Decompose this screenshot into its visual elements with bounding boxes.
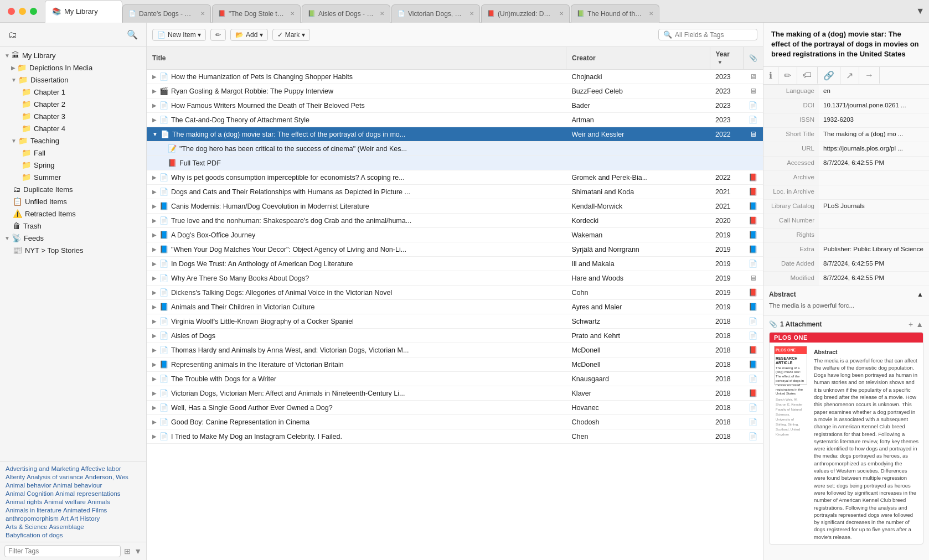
sidebar-item-my-library[interactable]: ▼ 🏛 My Library: [0, 49, 146, 61]
table-row[interactable]: ▶ 📄 Why is pet goods consumption imperce…: [147, 170, 763, 185]
tag-item[interactable]: Animal behaviour: [53, 482, 102, 489]
table-row[interactable]: ▶ 📄 Dickens's Talking Dogs: Allegories o…: [147, 286, 763, 300]
tag-item[interactable]: Arts & Science: [6, 523, 47, 530]
tab-t4[interactable]: 📄Victorian Dogs, Vict...✕: [391, 4, 480, 23]
abstract-header[interactable]: Abstract ▲: [769, 291, 923, 298]
table-row[interactable]: ▶ 📄 Why Are There So Many Books About Do…: [147, 271, 763, 286]
table-row[interactable]: ▶ 📄 How Famous Writers Mourned the Death…: [147, 98, 763, 113]
sidebar-item-feeds[interactable]: ▼ 📡 Feeds: [0, 232, 146, 244]
sidebar-item-summer[interactable]: 📁 Summer: [0, 171, 146, 183]
table-row[interactable]: ▶ 📄 Victorian Dogs, Victorian Men: Affec…: [147, 386, 763, 401]
table-row[interactable]: ▶ 📄 I Tried to Make My Dog an Instagram …: [147, 429, 763, 444]
tag-item[interactable]: Babyfication of dogs: [6, 532, 63, 538]
maximize-button[interactable]: [30, 8, 37, 15]
tag-item[interactable]: Advertising and Marketing: [6, 465, 79, 472]
tag-item[interactable]: Animal Cognition: [6, 490, 54, 497]
tab-t6[interactable]: 📗The Hound of the B...✕: [571, 4, 659, 23]
sidebar-item-nyt[interactable]: 📰 NYT > Top Stories: [0, 244, 146, 256]
table-row[interactable]: ▶ 📘 Animals and Their Children in Victor…: [147, 300, 763, 314]
filter-tags-input[interactable]: [4, 545, 121, 557]
tab-t5[interactable]: 📕(Un)muzzled: Dogs ...✕: [481, 4, 570, 23]
table-row[interactable]: ▶ 📄 The Trouble with Dogs for a Writer K…: [147, 372, 763, 386]
sidebar-item-trash[interactable]: 🗑 Trash: [0, 220, 146, 232]
search-input[interactable]: [675, 31, 752, 39]
sidebar-item-chapter1[interactable]: 📁 Chapter 1: [0, 86, 146, 98]
detail-tab-link[interactable]: ↗: [840, 67, 859, 84]
table-row[interactable]: ▶ 📄 Dogs and Cats and Their Relationship…: [147, 185, 763, 199]
meta-value[interactable]: https://journals.plos.org/pl ...: [819, 142, 929, 156]
table-row[interactable]: ▶ 📘 Representing animals in the literatu…: [147, 357, 763, 372]
tab-close-t1[interactable]: ✕: [200, 11, 205, 17]
sidebar-item-depictions[interactable]: ▶ 📁 Depictions In Media: [0, 61, 146, 74]
table-row[interactable]: ▶ 📄 How the Humanization of Pets Is Chan…: [147, 70, 763, 84]
tag-item[interactable]: Animal representations: [55, 490, 121, 497]
tag-item[interactable]: Animal behavior: [6, 482, 51, 489]
mark-button[interactable]: ✓ Mark ▾: [272, 29, 310, 41]
sidebar-item-unfiled[interactable]: 📋 Unfiled Items: [0, 195, 146, 208]
col-creator[interactable]: Creator: [566, 47, 710, 70]
edit-button[interactable]: ✏: [210, 29, 226, 41]
tab-t3[interactable]: 📗Aisles of Dogs - Pra...✕: [302, 4, 390, 23]
table-row[interactable]: ▶ 📘 A Dog's Box-Office Journey Wakeman 2…: [147, 228, 763, 242]
add-button[interactable]: 📂 Add ▾: [230, 29, 268, 41]
filter-sort-button[interactable]: ▼: [134, 547, 142, 556]
table-child-row[interactable]: 📝 "The dog hero has been critical to the…: [147, 142, 763, 156]
sidebar-item-chapter2[interactable]: 📁 Chapter 2: [0, 98, 146, 110]
tag-item[interactable]: Animals: [87, 499, 110, 505]
tab-close-t3[interactable]: ✕: [380, 11, 384, 17]
tag-item[interactable]: anthropomorphism: [6, 515, 59, 522]
tag-item[interactable]: Alterity: [6, 474, 25, 480]
detail-tab-info[interactable]: ℹ: [763, 67, 778, 84]
table-row[interactable]: ▶ 📄 In Dogs We Trust: An Anthology of Am…: [147, 257, 763, 271]
tab-close-t4[interactable]: ✕: [469, 11, 474, 17]
col-title[interactable]: Title: [147, 47, 566, 70]
tag-item[interactable]: Art: [60, 515, 69, 522]
tab-t1[interactable]: 📄Dante's Dogs - Man...✕: [122, 4, 211, 23]
minimize-button[interactable]: [19, 8, 26, 15]
detail-tab-forward[interactable]: →: [859, 67, 880, 84]
detail-tab-tag[interactable]: 🏷: [797, 67, 818, 84]
attachment-preview[interactable]: PLOS ONE PLOS ONE RESEARCH ARTICLE The m…: [769, 332, 923, 545]
attachment-collapse-button[interactable]: ▲: [916, 320, 923, 329]
tag-item[interactable]: Animal rights: [6, 499, 42, 505]
tag-item[interactable]: Animated Films: [63, 507, 107, 514]
table-row[interactable]: ▶ 📘 Canis Modernis: Human/Dog Coevolutio…: [147, 199, 763, 214]
col-year[interactable]: Year ▼: [710, 47, 743, 70]
sidebar-item-duplicate[interactable]: 🗂 Duplicate Items: [0, 183, 146, 195]
tab-close-t6[interactable]: ✕: [649, 11, 653, 17]
tag-item[interactable]: Analysis of variance: [27, 474, 83, 480]
table-row[interactable]: ▶ 📄 The Cat-and-Dog Theory of Attachment…: [147, 113, 763, 127]
detail-tab-related[interactable]: 🔗: [818, 67, 840, 84]
detail-tab-note[interactable]: ✏: [778, 67, 797, 84]
tag-item[interactable]: Animals in literature: [6, 507, 61, 514]
sidebar-item-chapter4[interactable]: 📁 Chapter 4: [0, 122, 146, 134]
table-row[interactable]: ▶ 📄 Well, Has a Single Good Author Ever …: [147, 401, 763, 415]
tag-item[interactable]: Animal welfare: [44, 499, 85, 505]
close-button[interactable]: [8, 8, 15, 15]
filter-options-button[interactable]: ⊞: [124, 547, 131, 556]
table-row[interactable]: ▼ 📄 The making of a (dog) movie star: Th…: [147, 127, 763, 142]
table-row[interactable]: ▶ 🎬 Ryan Gosling & Margot Robbie: The Pu…: [147, 84, 763, 98]
tag-item[interactable]: Assemblage: [49, 523, 84, 530]
table-child-row[interactable]: 📕 Full Text PDF: [147, 156, 763, 170]
tab-close-t2[interactable]: ✕: [290, 11, 295, 17]
tab-t2[interactable]: 📕"The Dog Stole the...✕: [212, 4, 301, 23]
table-row[interactable]: ▶ 📄 Thomas Hardy and Animals by Anna Wes…: [147, 343, 763, 357]
table-row[interactable]: ▶ 📘 "When Your Dog Matches Your Decor": …: [147, 242, 763, 257]
tab-close-t5[interactable]: ✕: [559, 11, 564, 17]
sidebar-item-chapter3[interactable]: 📁 Chapter 3: [0, 110, 146, 122]
table-row[interactable]: ▶ 📄 True love and the nonhuman: Shakespe…: [147, 214, 763, 228]
sidebar-item-retracted[interactable]: ⚠️ Retracted Items: [0, 208, 146, 220]
table-row[interactable]: ▶ 📄 Good Boy: Canine Representation in C…: [147, 415, 763, 429]
tag-item[interactable]: Art History: [70, 515, 100, 522]
new-item-button[interactable]: 📄 New Item ▾: [152, 29, 206, 41]
sidebar-item-spring[interactable]: 📁 Spring: [0, 159, 146, 171]
sidebar-item-teaching[interactable]: ▼ 📁 Teaching: [0, 134, 146, 147]
sidebar-item-fall[interactable]: 📁 Fall: [0, 147, 146, 159]
tag-item[interactable]: Affective labor: [81, 465, 121, 472]
sidebar-search-button[interactable]: 🔍: [124, 28, 141, 41]
table-row[interactable]: ▶ 📄 Virginia Woolf's Little-Known Biogra…: [147, 314, 763, 329]
sidebar-new-button[interactable]: 🗂: [6, 29, 20, 41]
table-row[interactable]: ▶ 📄 Aisles of Dogs Prato and Kehrt 2018 …: [147, 329, 763, 343]
tag-item[interactable]: Anderson, Wes: [85, 474, 128, 480]
